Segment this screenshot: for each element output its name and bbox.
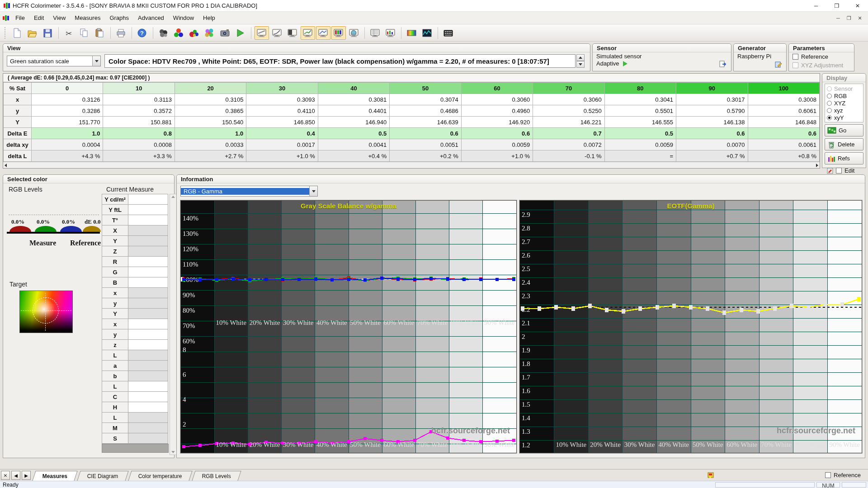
scroll-up-button[interactable] — [171, 196, 175, 198]
print-button[interactable] — [114, 26, 128, 40]
close-tab-button[interactable]: ✕ — [1, 471, 10, 480]
information-dropdown[interactable]: RGB - Gamma — [180, 186, 318, 197]
minimize-button[interactable]: ─ — [806, 0, 826, 12]
measure-cell[interactable]: +0.7 % — [676, 150, 748, 162]
saturation-column-header[interactable]: 70 — [533, 83, 604, 94]
child-restore-button[interactable]: ❐ — [844, 15, 854, 21]
measure-cell[interactable]: +0.4 % — [318, 150, 389, 162]
measure-cell[interactable]: 0.0059 — [604, 139, 676, 150]
measure-cell[interactable]: +0.2 % — [390, 150, 461, 162]
menu-view[interactable]: View — [48, 13, 70, 23]
spin-down-button[interactable] — [576, 61, 585, 68]
saturation-column-header[interactable]: 0 — [32, 83, 103, 94]
measure-cell[interactable]: 0.3074 — [390, 94, 461, 105]
measure-cell[interactable]: 0.4110 — [246, 105, 318, 117]
measure-cell[interactable]: 0.5 — [604, 128, 676, 139]
display-radio-xyz[interactable]: XYZ — [827, 99, 861, 107]
menu-edit[interactable]: Edit — [29, 13, 48, 23]
measure-cell[interactable]: 0.3060 — [461, 94, 533, 105]
saturation-column-header[interactable]: 50 — [390, 83, 461, 94]
measure-cell[interactable]: 146.848 — [748, 117, 819, 128]
measure-cell[interactable]: 146.940 — [318, 117, 389, 128]
primary-colors-button[interactable] — [172, 26, 186, 40]
measure-cell[interactable]: 0.0041 — [318, 139, 389, 150]
menu-help[interactable]: Help — [198, 13, 220, 23]
measure-cell[interactable]: 0.6 — [676, 128, 748, 139]
dropdown-arrow-icon[interactable] — [309, 186, 317, 196]
measure-cell[interactable]: 0.0070 — [676, 139, 748, 150]
pattern-generator-button[interactable] — [441, 26, 456, 40]
copy-button[interactable] — [77, 26, 92, 40]
menu-advanced[interactable]: Advanced — [133, 13, 169, 23]
scroll-down-button[interactable] — [171, 451, 175, 453]
reference-checkbox[interactable] — [825, 472, 831, 478]
measure-cell[interactable]: 0.3017 — [676, 94, 748, 105]
measure-cell[interactable]: 0.5790 — [676, 105, 748, 117]
saturation-column-header[interactable]: 40 — [318, 83, 389, 94]
measure-cell[interactable]: 0.3105 — [175, 94, 246, 105]
saturation-column-header[interactable]: 90 — [676, 83, 748, 94]
measure-cell[interactable]: 1.0 — [175, 128, 246, 139]
measure-cell[interactable]: 146.639 — [390, 117, 461, 128]
menu-window[interactable]: Window — [169, 13, 198, 23]
measure-cell[interactable]: 0.0017 — [246, 139, 318, 150]
measure-cell[interactable]: +3.3 % — [103, 150, 175, 162]
view-cie-button[interactable] — [347, 26, 361, 40]
paste-button[interactable] — [93, 26, 107, 40]
generator-config-icon[interactable] — [775, 61, 783, 70]
saturation-column-header[interactable]: 60 — [461, 83, 533, 94]
display-radio-xyy[interactable]: xyY — [827, 114, 861, 121]
waveform-pattern-button[interactable] — [420, 26, 434, 40]
measure-cell[interactable]: 0.3093 — [246, 94, 318, 105]
saturation-column-header[interactable]: 30 — [246, 83, 318, 94]
scroll-right-button[interactable] — [816, 164, 818, 167]
measure-cell[interactable]: 0.4960 — [461, 105, 533, 117]
measure-cell[interactable]: 0.5 — [318, 128, 389, 139]
view-primaries-button[interactable] — [331, 26, 346, 40]
measure-cell[interactable]: 146.850 — [246, 117, 318, 128]
open-file-button[interactable] — [25, 26, 40, 40]
go-button[interactable]: Go — [825, 124, 863, 136]
reference-checkbox[interactable] — [793, 54, 798, 60]
spin-up-button[interactable] — [576, 54, 585, 61]
measure-cell[interactable]: +1.0 % — [246, 150, 318, 162]
capture-button[interactable] — [218, 26, 232, 40]
measure-cell[interactable]: 0.3865 — [175, 105, 246, 117]
measure-cell[interactable]: 0.0061 — [748, 139, 819, 150]
measure-cell[interactable]: 0.8 — [103, 128, 175, 139]
measure-cell[interactable]: +4.3 % — [32, 150, 103, 162]
sensor-run-icon[interactable] — [623, 61, 627, 66]
measure-cell[interactable]: 0.3060 — [533, 94, 604, 105]
view-mode-dropdown[interactable]: Green saturation scale — [7, 56, 101, 66]
measure-cell[interactable]: 146.920 — [461, 117, 533, 128]
menu-graphs[interactable]: Graphs — [105, 13, 133, 23]
delete-button[interactable]: Delete — [825, 138, 863, 150]
measure-cell[interactable]: 0.0033 — [175, 139, 246, 150]
tab-rgb-levels[interactable]: RGB Levels — [192, 471, 241, 481]
measure-cell[interactable]: 0.6061 — [748, 105, 819, 117]
measure-cell[interactable]: 1.0 — [32, 128, 103, 139]
scroll-left-button[interactable] — [5, 164, 7, 167]
child-close-button[interactable]: ✕ — [854, 15, 865, 21]
child-minimize-button[interactable]: ─ — [833, 15, 844, 21]
measure-cell[interactable]: 0.3008 — [748, 94, 819, 105]
dropdown-arrow-icon[interactable] — [92, 56, 100, 66]
measure-cell[interactable]: 0.5501 — [604, 105, 676, 117]
view-grayscale-button[interactable] — [255, 26, 269, 40]
saturation-column-header[interactable]: 20 — [175, 83, 246, 94]
measure-cell[interactable]: 0.5250 — [533, 105, 604, 117]
measure-cell[interactable]: 146.138 — [676, 117, 748, 128]
measure-cell[interactable]: 0.6 — [748, 128, 819, 139]
measure-cell[interactable]: 0.3113 — [103, 94, 175, 105]
scroll-tabs-right-button[interactable]: ▶ — [22, 471, 31, 480]
saturation-column-header[interactable]: 100 — [748, 83, 819, 94]
measure-cell[interactable]: 0.0059 — [461, 139, 533, 150]
measure-cell[interactable]: 146.555 — [604, 117, 676, 128]
measure-cell[interactable]: +0.8 % — [748, 150, 819, 162]
measure-cell[interactable]: 0.3286 — [32, 105, 103, 117]
refs-button[interactable]: Refs — [825, 152, 863, 164]
measure-cell[interactable]: 0.3126 — [32, 94, 103, 105]
measure-cell[interactable]: 0.4401 — [318, 105, 389, 117]
menu-file[interactable]: File — [11, 13, 29, 23]
measure-cell[interactable]: -0.1 % — [533, 150, 604, 162]
